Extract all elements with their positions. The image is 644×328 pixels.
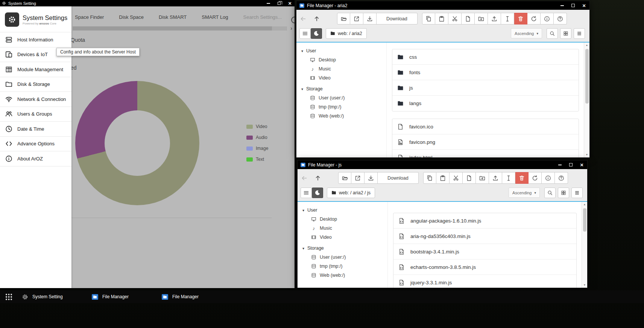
chevron-right-icon[interactable]: › bbox=[290, 25, 292, 31]
restore-button[interactable] bbox=[278, 2, 281, 5]
taskbar-item-file-manager-2[interactable]: File Manager bbox=[157, 290, 227, 303]
sort-order-select[interactable]: Ascending ▾ bbox=[509, 188, 540, 198]
horizontal-scrollbar-thumb[interactable] bbox=[73, 26, 272, 31]
up-button[interactable] bbox=[313, 14, 320, 23]
tree-section-user[interactable]: ▾ User bbox=[301, 46, 386, 55]
legend-item-image[interactable]: Image bbox=[246, 146, 268, 151]
refresh-button[interactable] bbox=[529, 172, 542, 184]
open-folder-button[interactable] bbox=[338, 172, 351, 184]
cut-button[interactable] bbox=[448, 13, 462, 24]
copy-button[interactable] bbox=[422, 13, 435, 24]
up-button[interactable] bbox=[314, 174, 322, 183]
download-button[interactable]: Download bbox=[377, 13, 418, 24]
sort-order-select[interactable]: Ascending ▾ bbox=[511, 28, 542, 38]
file-row-angular[interactable]: angular-packages-1.6.10.min.js bbox=[393, 213, 576, 229]
copy-button[interactable] bbox=[423, 172, 436, 184]
menu-button[interactable] bbox=[299, 28, 311, 39]
maximize-button[interactable] bbox=[571, 4, 575, 7]
horizontal-scrollbar[interactable] bbox=[73, 26, 287, 31]
download-icon-button[interactable] bbox=[363, 13, 377, 24]
file-row-favicon-ico[interactable]: favicon.ico bbox=[392, 119, 579, 134]
list-view-button[interactable] bbox=[574, 28, 585, 39]
file-row-bootstrap[interactable]: bootstrap-3.4.1.min.js bbox=[393, 244, 576, 259]
tree-item-music[interactable]: ♪ Music bbox=[301, 64, 386, 73]
tree-item-music[interactable]: ♪ Music bbox=[302, 224, 387, 233]
tree-item-desktop[interactable]: Desktop bbox=[301, 55, 386, 64]
new-folder-button[interactable] bbox=[475, 13, 488, 24]
vertical-scrollbar[interactable]: ▲ ▼ bbox=[582, 202, 587, 288]
sidebar-item-host-information[interactable]: Host Information bbox=[0, 32, 71, 47]
dark-mode-button[interactable] bbox=[311, 28, 322, 39]
paste-button[interactable] bbox=[436, 172, 450, 184]
titlebar[interactable]: File Manager - aria2 × bbox=[296, 1, 589, 10]
upload-button[interactable] bbox=[489, 172, 502, 184]
close-button[interactable]: × bbox=[288, 2, 292, 5]
tab-disk-smart[interactable]: Disk SMART bbox=[159, 14, 187, 20]
file-row-index-html[interactable]: index.html bbox=[392, 150, 579, 157]
file-row-echarts[interactable]: echarts-common-3.8.5.min.js bbox=[393, 259, 576, 275]
folder-row-js[interactable]: js bbox=[392, 80, 579, 96]
close-button[interactable]: × bbox=[580, 163, 583, 167]
sidebar-item-disk-storage[interactable]: Disk & Storage bbox=[0, 77, 71, 92]
legend-item-audio[interactable]: Audio bbox=[246, 135, 268, 140]
upload-button[interactable] bbox=[488, 13, 501, 24]
legend-item-text[interactable]: Text bbox=[246, 157, 268, 162]
sidebar-item-advance-options[interactable]: Advance Options bbox=[0, 137, 71, 152]
tree-item-user-drive[interactable]: User (user:/) bbox=[301, 93, 386, 102]
sidebar-item-date-time[interactable]: Date & Time bbox=[0, 122, 71, 137]
rename-button[interactable] bbox=[501, 13, 514, 24]
tab-smart-log[interactable]: SMART Log bbox=[202, 14, 228, 20]
info-button[interactable] bbox=[541, 13, 554, 24]
close-button[interactable]: × bbox=[582, 4, 586, 8]
scroll-up-icon[interactable]: ▲ bbox=[586, 44, 588, 47]
tree-item-user-drive[interactable]: User (user:/) bbox=[302, 253, 387, 262]
paste-button[interactable] bbox=[435, 13, 448, 24]
search-button[interactable] bbox=[544, 188, 556, 198]
new-file-button[interactable] bbox=[463, 172, 476, 184]
minimize-button[interactable] bbox=[558, 165, 562, 165]
file-row-aria-ng[interactable]: aria-ng-da5356c403.min.js bbox=[393, 229, 576, 244]
search-button[interactable] bbox=[547, 28, 558, 39]
scroll-down-icon[interactable]: ▼ bbox=[583, 284, 586, 287]
tree-item-tmp-drive[interactable]: tmp (tmp:/) bbox=[302, 262, 387, 271]
refresh-button[interactable] bbox=[527, 13, 541, 24]
help-button[interactable] bbox=[554, 13, 567, 24]
tree-section-user[interactable]: ▾ User bbox=[302, 206, 387, 215]
back-button[interactable] bbox=[299, 14, 307, 23]
scrollbar-thumb[interactable] bbox=[585, 49, 589, 104]
info-button[interactable] bbox=[542, 172, 555, 184]
taskbar-item-file-manager-1[interactable]: File Manager bbox=[87, 290, 157, 303]
tree-section-storage[interactable]: ▾ Storage bbox=[302, 244, 387, 253]
help-button[interactable] bbox=[555, 172, 568, 184]
scroll-up-icon[interactable]: ▲ bbox=[583, 203, 586, 206]
breadcrumb[interactable]: web: / aria2 bbox=[326, 28, 367, 39]
system-settings-titlebar[interactable]: System Setting × bbox=[0, 0, 295, 6]
tree-item-desktop[interactable]: Desktop bbox=[302, 215, 387, 224]
open-external-button[interactable] bbox=[351, 172, 365, 184]
rename-button[interactable] bbox=[502, 172, 515, 184]
scrollbar-thumb[interactable] bbox=[583, 208, 586, 232]
tree-item-web-drive[interactable]: Web (web:/) bbox=[302, 271, 387, 280]
dark-mode-button[interactable] bbox=[312, 188, 323, 198]
list-view-button[interactable] bbox=[571, 188, 583, 198]
cut-button[interactable] bbox=[450, 172, 463, 184]
file-row-favicon-png[interactable]: favicon.png bbox=[392, 134, 579, 150]
titlebar[interactable]: File Manager - js × bbox=[298, 160, 587, 169]
vertical-scrollbar[interactable]: ▲ ▼ bbox=[584, 43, 589, 157]
tree-item-tmp-drive[interactable]: tmp (tmp:/) bbox=[301, 102, 386, 111]
sidebar-item-module-management[interactable]: Module Management bbox=[0, 62, 71, 77]
download-icon-button[interactable] bbox=[365, 172, 378, 184]
legend-item-video[interactable]: Video bbox=[246, 124, 268, 129]
sidebar-item-network-connection[interactable]: Network & Connection bbox=[0, 92, 71, 107]
tab-space-finder[interactable]: Space Finder bbox=[75, 14, 104, 20]
tree-item-video[interactable]: Video bbox=[301, 73, 386, 82]
folder-row-fonts[interactable]: fonts bbox=[392, 65, 579, 80]
tree-item-web-drive[interactable]: Web (web:/) bbox=[301, 111, 386, 121]
minimize-button[interactable] bbox=[560, 5, 564, 6]
delete-button[interactable] bbox=[514, 13, 527, 24]
menu-button[interactable] bbox=[301, 188, 312, 198]
sidebar-item-users-groups[interactable]: Users & Groups bbox=[0, 107, 71, 122]
new-folder-button[interactable] bbox=[476, 172, 489, 184]
new-file-button[interactable] bbox=[462, 13, 475, 24]
tab-disk-space[interactable]: Disk Space bbox=[119, 14, 144, 20]
